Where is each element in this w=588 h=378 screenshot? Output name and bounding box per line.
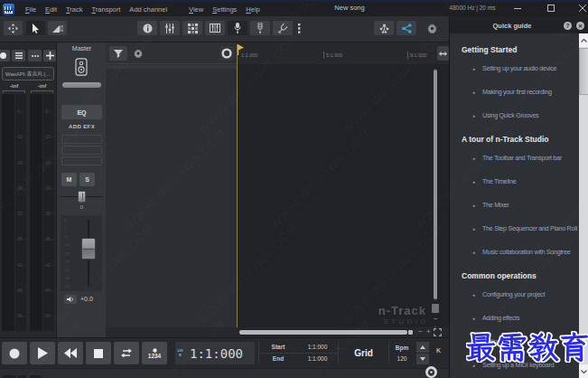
stop-button[interactable] xyxy=(86,342,111,364)
mixer-button[interactable] xyxy=(160,21,180,35)
menu-item[interactable]: Add channel xyxy=(129,5,167,14)
mute-button[interactable]: M xyxy=(61,173,77,186)
quick-guide-link[interactable]: The Timeline xyxy=(482,177,517,185)
scrollbar-thumb[interactable] xyxy=(579,48,588,95)
add-channel-button[interactable] xyxy=(43,50,57,61)
scroll-mode-button[interactable] xyxy=(437,46,449,61)
eq-button[interactable]: EQ xyxy=(61,105,102,119)
quick-guide-item[interactable]: ● Configuring your project xyxy=(462,290,579,298)
collapse-panel-button[interactable] xyxy=(219,46,234,61)
bpm-box[interactable]: Bpm 120 xyxy=(389,342,415,364)
efx-slot-1[interactable] xyxy=(61,135,102,144)
minimize-button[interactable] xyxy=(506,1,529,14)
tuner-button[interactable] xyxy=(273,21,293,35)
quick-guide-item[interactable]: ● Music collaboration with Songtree xyxy=(462,248,579,256)
quick-guide-help-icon[interactable]: ? xyxy=(564,22,572,30)
play-button[interactable] xyxy=(30,342,55,364)
audio-device-field[interactable]: WasAPI: (... xyxy=(2,67,54,80)
songtree-button[interactable] xyxy=(374,21,394,35)
end-value[interactable]: 1:1:000 xyxy=(297,355,338,362)
track-list-gear-icon[interactable] xyxy=(134,49,143,58)
quick-guide-link[interactable]: Configuring your project xyxy=(482,290,545,298)
menu-item[interactable]: Transport xyxy=(92,5,121,14)
midi-mic-button[interactable] xyxy=(250,21,270,35)
step-sequencer-button[interactable] xyxy=(182,21,202,35)
meter-list-button[interactable] xyxy=(12,50,25,61)
menu-item[interactable]: Edit xyxy=(45,5,57,14)
quick-guide-link[interactable]: The Mixer xyxy=(482,201,509,209)
bpm-decrease-button[interactable] xyxy=(416,354,429,364)
scrollbar-down-button[interactable] xyxy=(579,364,588,378)
bpm-value[interactable]: 120 xyxy=(397,355,407,362)
playhead-flag[interactable] xyxy=(238,44,244,55)
grid-selector[interactable]: Grid xyxy=(339,342,389,364)
efx-slot-2[interactable] xyxy=(61,146,102,155)
hscrollbar-endcap[interactable] xyxy=(408,330,413,335)
move-tool-button[interactable] xyxy=(4,21,23,35)
piano-roll-button[interactable] xyxy=(205,21,225,35)
bpm-increase-button[interactable] xyxy=(416,342,429,353)
maximize-button[interactable] xyxy=(539,1,563,14)
transport-settings-button[interactable] xyxy=(425,366,437,378)
solo-button[interactable]: S xyxy=(79,173,95,186)
input-meter-right[interactable]: -inf -6-12-18-24-30-36-42-48-54 xyxy=(30,83,54,335)
fade-tool-button[interactable] xyxy=(48,21,67,35)
quick-guide-item[interactable]: ● Editing audio xyxy=(462,337,579,345)
quick-guide-item[interactable]: ● Adding effects xyxy=(462,314,579,322)
timeline-canvas[interactable] xyxy=(237,64,449,327)
quick-guide-item[interactable]: ● The Toolbar and Transport bar xyxy=(462,154,579,162)
metronome-button[interactable]: 1234 xyxy=(142,342,167,364)
quick-guide-link[interactable]: Setting up a MIDI keyboard xyxy=(482,361,554,369)
tools-overflow-menu[interactable] xyxy=(295,21,303,35)
menu-item[interactable]: File xyxy=(25,5,36,14)
meter-mode-button[interactable] xyxy=(0,50,10,61)
vertical-zoom-thumb[interactable] xyxy=(432,304,439,313)
volume-fader-thumb[interactable] xyxy=(81,238,96,260)
quick-guide-scrollbar[interactable] xyxy=(579,33,588,378)
pan-slider-thumb[interactable] xyxy=(78,191,86,203)
toolbar-settings-gear-icon[interactable] xyxy=(425,21,439,35)
time-display-box[interactable]: LIVE 1:1:000 xyxy=(175,342,255,364)
quick-guide-link[interactable]: Adding effects xyxy=(482,314,519,322)
quick-guide-link[interactable]: Using Quick Grooves xyxy=(482,111,538,119)
quick-guide-close-icon[interactable]: ✕ xyxy=(576,22,584,30)
quick-guide-link[interactable]: The Step Sequencer and Piano Roll xyxy=(482,224,577,232)
menu-item[interactable]: Help xyxy=(246,5,259,14)
close-button[interactable] xyxy=(571,1,588,14)
share-button[interactable] xyxy=(397,21,416,35)
quick-guide-item[interactable]: ● The Timeline xyxy=(462,177,579,185)
input-meter-left[interactable]: -inf -6-12-18-24-30-36-42-48-54 xyxy=(2,83,26,335)
horizontal-zoom-out-button[interactable]: − xyxy=(418,328,423,335)
quick-guide-item[interactable]: ● Using Quick Grooves xyxy=(462,111,579,119)
info-button[interactable] xyxy=(137,21,157,35)
scrollbar-up-button[interactable] xyxy=(579,33,588,47)
efx-slot-3[interactable] xyxy=(61,156,102,165)
loop-button[interactable] xyxy=(114,342,139,364)
rewind-button[interactable] xyxy=(58,342,83,364)
quick-guide-link[interactable]: Music collaboration with Songtree xyxy=(482,248,571,256)
quick-guide-item[interactable]: ● The Step Sequencer and Piano Roll xyxy=(462,224,579,232)
menu-item[interactable]: Settings xyxy=(212,5,237,14)
hscrollbar-thumb[interactable] xyxy=(239,330,407,335)
quick-guide-link[interactable]: Making your first recording xyxy=(482,88,552,96)
record-mic-button[interactable] xyxy=(228,21,247,35)
live-indicator[interactable]: LIVE xyxy=(177,349,183,357)
quick-guide-link[interactable]: Setting up your audio device xyxy=(482,64,556,72)
vscrollbar-thumb[interactable] xyxy=(434,70,437,299)
quick-guide-item[interactable]: ● Setting up your audio device xyxy=(462,64,579,72)
quick-guide-item[interactable]: ● Making your first recording xyxy=(462,88,579,96)
start-value[interactable]: 1:1:000 xyxy=(297,342,338,354)
quick-guide-link[interactable]: Editing audio xyxy=(482,337,517,345)
quick-guide-item[interactable]: ● The Mixer xyxy=(462,201,579,209)
output-speaker-icon[interactable] xyxy=(64,295,77,304)
menu-item[interactable]: View xyxy=(189,5,203,14)
meter-more-button[interactable] xyxy=(28,50,42,61)
vertical-zoom-out-button[interactable]: − xyxy=(434,316,438,323)
horizontal-zoom-in-button[interactable]: + xyxy=(426,328,431,335)
quick-guide-link[interactable]: The Toolbar and Transport bar xyxy=(482,154,562,162)
timeline-ruler[interactable]: 1:1.000 5:1.000 9:1.000 xyxy=(237,43,449,64)
expand-view-button[interactable] xyxy=(434,328,442,336)
record-button[interactable] xyxy=(2,342,27,364)
timeline-vertical-scrollbar[interactable]: − + xyxy=(432,68,439,321)
quick-guide-item[interactable]: ● Setting up a MIDI keyboard xyxy=(462,361,579,369)
